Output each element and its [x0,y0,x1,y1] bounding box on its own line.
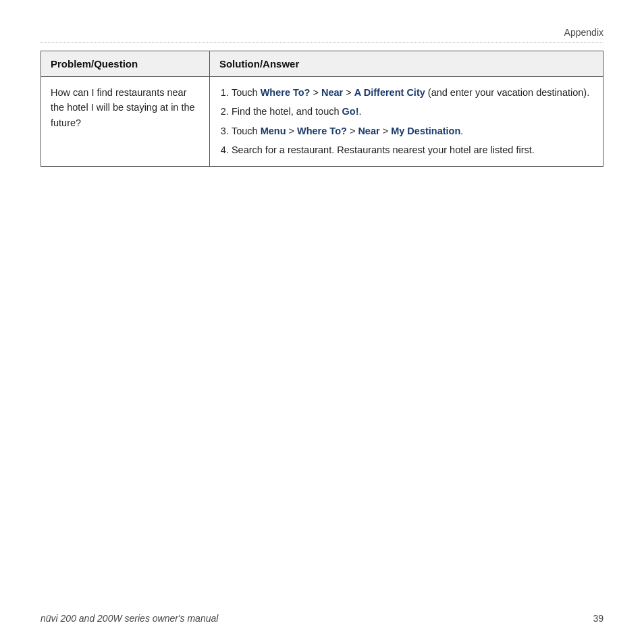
solution-list: Touch Where To? > Near > A Different Cit… [219,85,593,158]
near-2: Near [358,126,379,136]
near-1: Near [321,87,343,98]
header-section: Appendix [41,27,603,38]
table-row: How can I find restaurants near the hote… [41,77,603,167]
solution-cell: Touch Where To? > Near > A Different Cit… [209,77,603,167]
a-different-city: A Different City [354,87,425,98]
footer-title: nüvi 200 and 200W series owner's manual [41,613,218,624]
go-label: Go! [342,106,359,117]
main-table: Problem/Question Solution/Answer How can… [41,51,603,167]
footer-section: nüvi 200 and 200W series owner's manual … [41,613,603,624]
menu-label: Menu [261,126,286,136]
my-destination-label: My Destination [391,126,460,136]
col-problem-header: Problem/Question [41,51,210,77]
solution-item-1: Touch Where To? > Near > A Different Cit… [232,85,593,100]
problem-cell: How can I find restaurants near the hote… [41,77,210,167]
solution-item-4: Search for a restaurant. Restaurants nea… [232,142,593,157]
solution-item-3: Touch Menu > Where To? > Near > My Desti… [232,124,593,138]
solution-item-2: Find the hotel, and touch Go!. [232,104,593,119]
where-to-1: Where To? [261,87,311,98]
col-solution-header: Solution/Answer [209,51,603,77]
problem-text: How can I find restaurants near the hote… [51,87,195,128]
header-divider [41,42,603,43]
page-container: Appendix Problem/Question Solution/Answe… [0,0,644,644]
appendix-label: Appendix [564,27,603,38]
table-header-row: Problem/Question Solution/Answer [41,51,603,77]
where-to-2: Where To? [297,126,347,136]
footer-page-number: 39 [593,613,603,624]
